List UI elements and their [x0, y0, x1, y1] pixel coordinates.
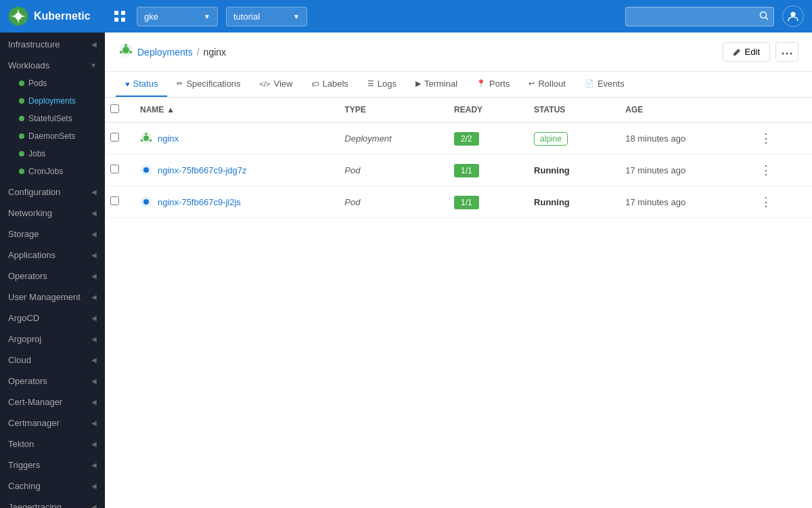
- svg-point-15: [786, 53, 788, 55]
- svg-line-7: [766, 17, 769, 20]
- sidebar-item-user-management[interactable]: User Management ◀: [0, 285, 105, 306]
- tab-logs[interactable]: ☰ Logs: [358, 72, 406, 97]
- daemonsets-dot: [19, 133, 24, 139]
- page-header: Deployments / nginx Edit: [105, 33, 812, 72]
- search-icon[interactable]: [759, 11, 769, 22]
- sidebar-item-daemonsets[interactable]: DaemonSets: [0, 127, 105, 145]
- tab-specifications[interactable]: ✏ Specifications: [167, 72, 250, 97]
- sidebar-item-tekton[interactable]: Tekton ◀: [0, 432, 105, 453]
- sidebar: Infrastructure ◀ Workloads ▼ Pods Deploy…: [0, 33, 105, 508]
- sidebar-item-triggers[interactable]: Triggers ◀: [0, 453, 105, 474]
- sidebar-item-jobs[interactable]: Jobs: [0, 145, 105, 163]
- sidebar-item-caching[interactable]: Caching ◀: [0, 474, 105, 495]
- cronjobs-label: CronJobs: [28, 167, 63, 176]
- sidebar-item-operators[interactable]: Operators ◀: [0, 264, 105, 285]
- sort-icon[interactable]: ▲: [166, 105, 175, 114]
- tab-events[interactable]: 📄 Events: [575, 72, 634, 97]
- chevron-caching: ◀: [91, 482, 97, 490]
- status-tab-icon: ♥: [125, 80, 130, 88]
- table-row: nginx Deployment 2/2 alpine: [105, 123, 812, 154]
- sidebar-item-infrastructure[interactable]: Infrastructure ◀: [0, 33, 105, 54]
- namespace-selector[interactable]: tutorial ▼: [226, 7, 307, 26]
- breadcrumb-separator: /: [197, 47, 200, 58]
- sidebar-item-deployments[interactable]: Deployments: [0, 92, 105, 110]
- sidebar-item-argocd[interactable]: ArgoCD ◀: [0, 306, 105, 327]
- logs-tab-icon: ☰: [367, 79, 374, 88]
- sidebar-item-applications[interactable]: Applications ◀: [0, 243, 105, 264]
- type-text-3: Pod: [344, 197, 360, 207]
- sidebar-label-user-management: User Management: [8, 292, 81, 302]
- svg-point-6: [761, 12, 767, 18]
- status-column-header: STATUS: [523, 98, 614, 123]
- sidebar-label-operators2: Operators: [8, 376, 47, 386]
- table-container: NAME ▲ TYPE READY STATUS AGE: [105, 98, 812, 508]
- sidebar-item-argoproj[interactable]: Argoproj ◀: [0, 327, 105, 348]
- svg-rect-4: [114, 18, 118, 22]
- breadcrumb-parent[interactable]: Deployments: [137, 47, 193, 58]
- edit-button[interactable]: Edit: [723, 42, 770, 62]
- cluster-dropdown-icon: ▼: [204, 13, 210, 20]
- table-row: nginx-75fb667c9-jdg7z Pod 1/1 Running: [105, 154, 812, 186]
- sidebar-item-cert-manager[interactable]: Cert-Manager ◀: [0, 390, 105, 411]
- sidebar-item-networking[interactable]: Networking ◀: [0, 201, 105, 222]
- tab-view[interactable]: </> View: [250, 72, 302, 97]
- events-tab-icon: 📄: [585, 79, 594, 88]
- tab-rollout[interactable]: ↩ Rollout: [519, 72, 574, 97]
- chevron-applications: ◀: [91, 251, 97, 259]
- svg-point-21: [141, 140, 143, 142]
- user-avatar[interactable]: [782, 5, 804, 27]
- sidebar-item-operators2[interactable]: Operators ◀: [0, 369, 105, 390]
- actions-cell-2: ⋮: [745, 154, 812, 186]
- sidebar-item-statefulsets[interactable]: StatefulSets: [0, 110, 105, 127]
- sidebar-item-workloads[interactable]: Workloads ▼: [0, 54, 105, 75]
- svg-point-14: [782, 53, 784, 55]
- tab-ports[interactable]: 📍 Ports: [467, 72, 519, 97]
- resource-name-nginx[interactable]: nginx: [140, 132, 323, 144]
- svg-point-10: [122, 47, 129, 54]
- row-checkbox-2[interactable]: [110, 165, 119, 173]
- chevron-infrastructure: ◀: [91, 41, 97, 48]
- row-actions-button-2[interactable]: ⋮: [756, 161, 776, 179]
- tab-labels[interactable]: 🏷 Labels: [302, 72, 357, 97]
- sidebar-item-pods[interactable]: Pods: [0, 75, 105, 92]
- tab-status[interactable]: ♥ Status: [116, 72, 167, 97]
- row-checkbox-3[interactable]: [110, 196, 119, 205]
- row-actions-button-1[interactable]: ⋮: [756, 129, 776, 147]
- deployments-dot: [19, 98, 24, 104]
- sidebar-label-argocd: ArgoCD: [8, 313, 39, 323]
- cluster-selector[interactable]: gke ▼: [137, 7, 218, 26]
- sidebar-item-cronjobs[interactable]: CronJobs: [0, 163, 105, 180]
- table-row: nginx-75fb667c9-jl2js Pod 1/1 Running: [105, 186, 812, 218]
- chevron-argoproj: ◀: [91, 335, 97, 343]
- jobs-label: Jobs: [28, 149, 45, 158]
- row-checkbox-1[interactable]: [110, 133, 119, 142]
- resource-name-pod1[interactable]: nginx-75fb667c9-jdg7z: [140, 164, 323, 176]
- jobs-dot: [19, 151, 24, 156]
- chevron-triggers: ◀: [91, 461, 97, 469]
- main-layout: Infrastructure ◀ Workloads ▼ Pods Deploy…: [0, 33, 812, 508]
- chevron-configuration: ◀: [91, 188, 97, 196]
- sidebar-label-workloads: Workloads: [8, 60, 49, 70]
- sidebar-item-configuration[interactable]: Configuration ◀: [0, 180, 105, 201]
- ready-cell-1: 2/2: [443, 123, 523, 154]
- sidebar-label-triggers: Triggers: [8, 460, 40, 470]
- chevron-argocd: ◀: [91, 314, 97, 322]
- sidebar-item-certmanager[interactable]: Certmanager ◀: [0, 411, 105, 432]
- sidebar-item-storage[interactable]: Storage ◀: [0, 222, 105, 243]
- chevron-operators: ◀: [91, 272, 97, 280]
- search-input[interactable]: [625, 7, 774, 26]
- sidebar-item-jaegertracing[interactable]: Jaegertracing ◀: [0, 495, 105, 508]
- sidebar-item-cloud[interactable]: Cloud ◀: [0, 348, 105, 369]
- more-actions-button[interactable]: [775, 42, 798, 62]
- tab-rollout-label: Rollout: [538, 79, 565, 89]
- select-all-checkbox[interactable]: [110, 104, 119, 113]
- row-actions-button-3[interactable]: ⋮: [756, 193, 776, 211]
- tab-ports-label: Ports: [489, 79, 510, 89]
- actions-cell-1: ⋮: [745, 123, 812, 154]
- sidebar-label-configuration: Configuration: [8, 187, 60, 197]
- chevron-operators2: ◀: [91, 377, 97, 385]
- statefulsets-label: StatefulSets: [28, 114, 72, 123]
- tab-terminal[interactable]: ▶ Terminal: [406, 72, 467, 97]
- grid-icon[interactable]: [111, 7, 129, 25]
- resource-name-pod2[interactable]: nginx-75fb667c9-jl2js: [140, 196, 323, 208]
